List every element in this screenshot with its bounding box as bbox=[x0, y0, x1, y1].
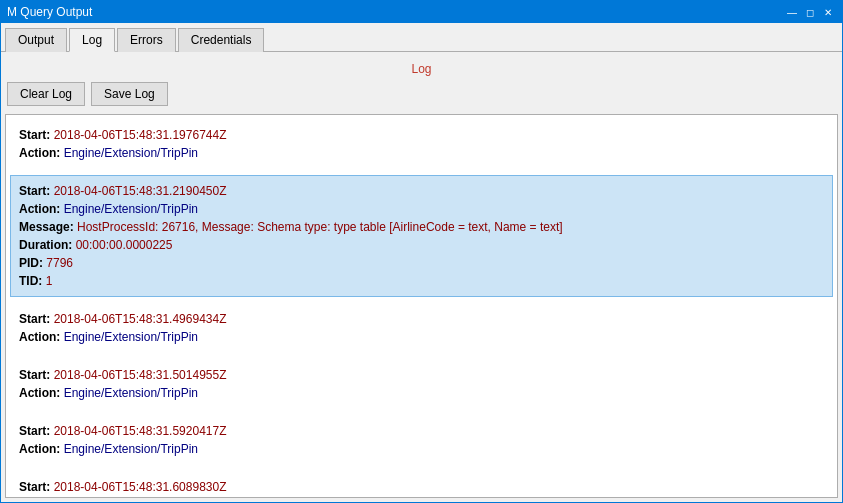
log-field: Start: 2018-04-06T15:48:31.6089830Z bbox=[19, 478, 824, 496]
window-title: M Query Output bbox=[7, 5, 92, 19]
minimize-button[interactable]: — bbox=[784, 4, 800, 20]
log-entry[interactable]: Start: 2018-04-06T15:48:31.6089830ZActio… bbox=[10, 471, 833, 498]
log-entry[interactable]: Start: 2018-04-06T15:48:31.5920417ZActio… bbox=[10, 415, 833, 465]
log-entry[interactable]: Start: 2018-04-06T15:48:31.1976744ZActio… bbox=[10, 119, 833, 169]
main-window: M Query Output — ◻ ✕ Output Log Errors C… bbox=[0, 0, 843, 503]
log-area[interactable]: Start: 2018-04-06T15:48:31.1976744ZActio… bbox=[5, 114, 838, 498]
log-entry[interactable]: Start: 2018-04-06T15:48:31.2190450ZActio… bbox=[10, 175, 833, 297]
log-field: PID: 7796 bbox=[19, 254, 824, 272]
log-field: Start: 2018-04-06T15:48:31.1976744Z bbox=[19, 126, 824, 144]
log-field: Action: Engine/Extension/TripPin bbox=[19, 200, 824, 218]
log-field: Start: 2018-04-06T15:48:31.2190450Z bbox=[19, 182, 824, 200]
clear-log-button[interactable]: Clear Log bbox=[7, 82, 85, 106]
log-field: Action: Engine/Extension/TripPin bbox=[19, 328, 824, 346]
log-field: Start: 2018-04-06T15:48:31.5920417Z bbox=[19, 422, 824, 440]
close-button[interactable]: ✕ bbox=[820, 4, 836, 20]
log-field: Action: Engine/Extension/TripPin bbox=[19, 144, 824, 162]
tab-errors[interactable]: Errors bbox=[117, 28, 176, 52]
title-bar: M Query Output — ◻ ✕ bbox=[1, 1, 842, 23]
tab-log[interactable]: Log bbox=[69, 28, 115, 52]
content-area: Log Clear Log Save Log Start: 2018-04-06… bbox=[1, 52, 842, 502]
log-entry[interactable]: Start: 2018-04-06T15:48:31.4969434ZActio… bbox=[10, 303, 833, 353]
log-field: TID: 1 bbox=[19, 272, 824, 290]
log-field: Start: 2018-04-06T15:48:31.5014955Z bbox=[19, 366, 824, 384]
tab-output[interactable]: Output bbox=[5, 28, 67, 52]
toolbar: Clear Log Save Log bbox=[5, 82, 838, 106]
log-field: Message: HostProcessId: 26716, Message: … bbox=[19, 218, 824, 236]
window-controls: — ◻ ✕ bbox=[784, 4, 836, 20]
log-field: Start: 2018-04-06T15:48:31.4969434Z bbox=[19, 310, 824, 328]
save-log-button[interactable]: Save Log bbox=[91, 82, 168, 106]
tab-bar: Output Log Errors Credentials bbox=[1, 23, 842, 52]
tab-credentials[interactable]: Credentials bbox=[178, 28, 265, 52]
log-field: Action: Engine/Extension/TripPin bbox=[19, 440, 824, 458]
log-entry[interactable]: Start: 2018-04-06T15:48:31.5014955ZActio… bbox=[10, 359, 833, 409]
log-field: Duration: 00:00:00.0000225 bbox=[19, 236, 824, 254]
log-field: Action: Engine/Extension/TripPin bbox=[19, 496, 824, 498]
page-title: Log bbox=[5, 56, 838, 82]
log-field: Action: Engine/Extension/TripPin bbox=[19, 384, 824, 402]
restore-button[interactable]: ◻ bbox=[802, 4, 818, 20]
